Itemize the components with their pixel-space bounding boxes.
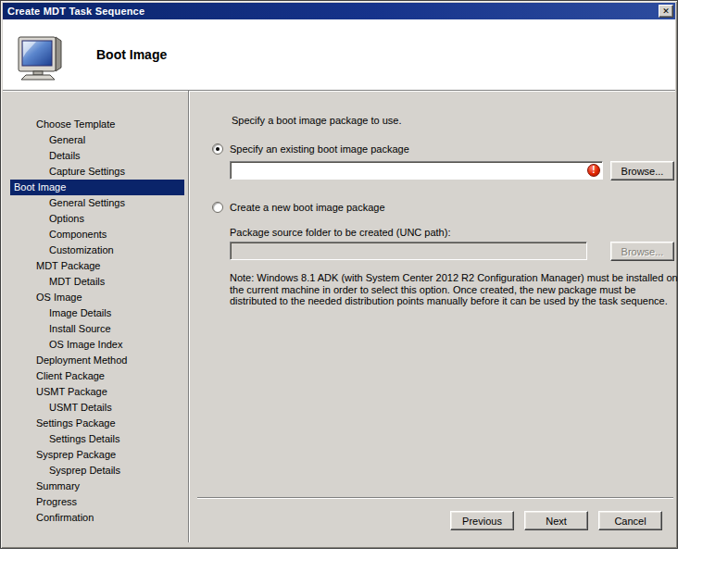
wizard-body: Choose TemplateGeneralDetailsCapture Set… — [3, 91, 675, 542]
page-title: Boot Image — [96, 47, 167, 62]
panel-instruction: Specify a boot image package to use. — [232, 115, 683, 126]
sidebar-item-usmt-details[interactable]: USMT Details — [3, 400, 188, 416]
sidebar-item-deployment-method[interactable]: Deployment Method — [3, 353, 188, 368]
sidebar-item-usmt-package[interactable]: USMT Package — [3, 384, 188, 400]
new-package-source-input — [230, 242, 587, 260]
unc-path-label: Package source folder to be created (UNC… — [230, 227, 683, 238]
sidebar-item-install-source[interactable]: Install Source — [3, 321, 188, 337]
sidebar-item-image-details[interactable]: Image Details — [3, 305, 188, 321]
radio-existing-boot-image[interactable]: Specify an existing boot image package — [212, 143, 683, 155]
browse-new-button: Browse... — [610, 242, 674, 261]
sidebar-item-os-image-index[interactable]: OS Image Index — [3, 337, 188, 353]
sidebar-item-customization[interactable]: Customization — [3, 242, 188, 258]
radio-existing-icon — [212, 143, 223, 155]
sidebar-item-settings-details[interactable]: Settings Details — [3, 431, 188, 447]
computer-icon — [15, 33, 69, 81]
sidebar-item-mdt-package[interactable]: MDT Package — [3, 258, 188, 274]
previous-button[interactable]: Previous — [450, 511, 514, 530]
sidebar-item-general-settings[interactable]: General Settings — [3, 195, 188, 211]
sidebar-item-choose-template[interactable]: Choose Template — [3, 117, 188, 132]
radio-create-new-icon — [212, 202, 223, 213]
desktop: Create MDT Task Sequence ✕ Boo — [0, 0, 728, 572]
sidebar-item-general[interactable]: General — [3, 132, 188, 148]
wizard-buttons: Previous Next Cancel — [450, 511, 662, 530]
sidebar-item-capture-settings[interactable]: Capture Settings — [3, 164, 188, 180]
cancel-button[interactable]: Cancel — [598, 511, 662, 530]
existing-package-input[interactable] — [230, 161, 603, 180]
titlebar[interactable]: Create MDT Task Sequence ✕ — [3, 3, 675, 19]
close-icon[interactable]: ✕ — [659, 5, 673, 18]
new-package-row: Browse... — [230, 242, 683, 261]
footer-separator — [197, 497, 673, 499]
sidebar-item-components[interactable]: Components — [3, 227, 188, 242]
sidebar-item-mdt-details[interactable]: MDT Details — [3, 274, 188, 290]
adk-note: Note: Windows 8.1 ADK (with System Cente… — [230, 272, 683, 307]
error-icon: ! — [587, 164, 600, 177]
boot-image-panel: Specify a boot image package to use. Spe… — [189, 91, 683, 542]
wizard-nav: Choose TemplateGeneralDetailsCapture Set… — [3, 91, 189, 542]
browse-existing-button[interactable]: Browse... — [610, 161, 674, 180]
sidebar-item-boot-image[interactable]: Boot Image — [10, 180, 184, 195]
sidebar-item-summary[interactable]: Summary — [3, 479, 188, 494]
sidebar-item-sysprep-details[interactable]: Sysprep Details — [3, 463, 188, 479]
next-button[interactable]: Next — [524, 511, 588, 530]
sidebar-item-confirmation[interactable]: Confirmation — [3, 510, 188, 526]
radio-create-new-boot-image[interactable]: Create a new boot image package — [212, 202, 683, 213]
sidebar-item-options[interactable]: Options — [3, 211, 188, 227]
sidebar-item-os-image[interactable]: OS Image — [3, 290, 188, 305]
new-package-field-wrap — [230, 242, 587, 260]
create-mdt-task-sequence-window: Create MDT Task Sequence ✕ Boo — [0, 0, 678, 549]
sidebar-item-details[interactable]: Details — [3, 148, 188, 164]
sidebar-item-settings-package[interactable]: Settings Package — [3, 416, 188, 431]
sidebar-item-progress[interactable]: Progress — [3, 494, 188, 510]
radio-create-new-label: Create a new boot image package — [230, 202, 385, 213]
existing-package-field-wrap: ! — [230, 161, 603, 180]
radio-existing-label: Specify an existing boot image package — [230, 143, 409, 155]
wizard-header: Boot Image — [3, 19, 675, 91]
existing-package-row: ! Browse... — [230, 161, 683, 180]
sidebar-item-sysprep-package[interactable]: Sysprep Package — [3, 447, 188, 463]
sidebar-item-client-package[interactable]: Client Package — [3, 368, 188, 384]
window-title: Create MDT Task Sequence — [7, 6, 659, 17]
